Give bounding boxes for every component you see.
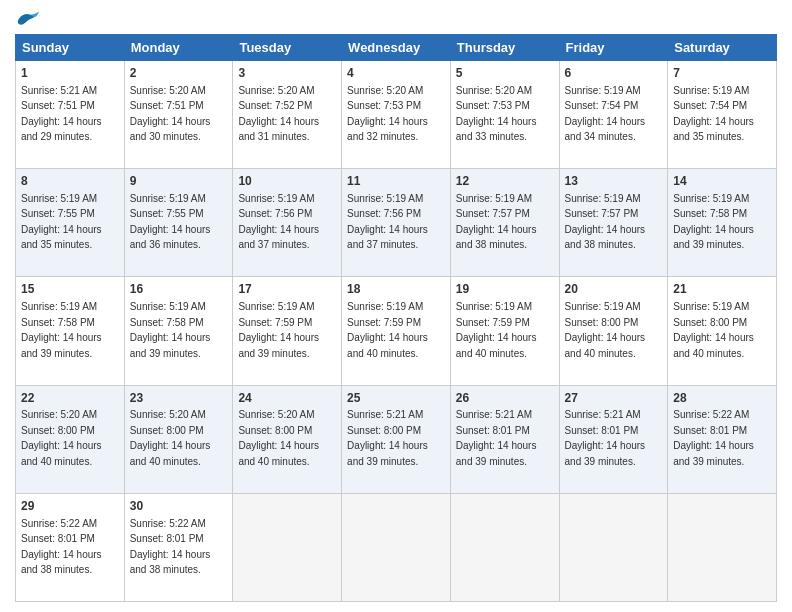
cell-info: Sunrise: 5:20 AM Sunset: 7:53 PM Dayligh…	[456, 85, 537, 143]
day-number: 18	[347, 281, 445, 298]
day-number: 29	[21, 498, 119, 515]
calendar-cell	[559, 493, 668, 601]
day-number: 25	[347, 390, 445, 407]
day-header-tuesday: Tuesday	[233, 35, 342, 61]
day-number: 7	[673, 65, 771, 82]
day-number: 28	[673, 390, 771, 407]
day-number: 27	[565, 390, 663, 407]
calendar-week-row: 15Sunrise: 5:19 AM Sunset: 7:58 PM Dayli…	[16, 277, 777, 385]
cell-info: Sunrise: 5:19 AM Sunset: 7:54 PM Dayligh…	[565, 85, 646, 143]
day-number: 20	[565, 281, 663, 298]
day-number: 2	[130, 65, 228, 82]
calendar-cell: 28Sunrise: 5:22 AM Sunset: 8:01 PM Dayli…	[668, 385, 777, 493]
calendar-cell: 23Sunrise: 5:20 AM Sunset: 8:00 PM Dayli…	[124, 385, 233, 493]
cell-info: Sunrise: 5:19 AM Sunset: 7:54 PM Dayligh…	[673, 85, 754, 143]
calendar-cell: 14Sunrise: 5:19 AM Sunset: 7:58 PM Dayli…	[668, 169, 777, 277]
calendar-cell: 24Sunrise: 5:20 AM Sunset: 8:00 PM Dayli…	[233, 385, 342, 493]
day-header-thursday: Thursday	[450, 35, 559, 61]
calendar-week-row: 1Sunrise: 5:21 AM Sunset: 7:51 PM Daylig…	[16, 61, 777, 169]
logo-bird-icon	[17, 10, 39, 28]
cell-info: Sunrise: 5:19 AM Sunset: 8:00 PM Dayligh…	[565, 301, 646, 359]
cell-info: Sunrise: 5:19 AM Sunset: 7:58 PM Dayligh…	[21, 301, 102, 359]
day-number: 1	[21, 65, 119, 82]
calendar-cell: 17Sunrise: 5:19 AM Sunset: 7:59 PM Dayli…	[233, 277, 342, 385]
calendar-cell: 5Sunrise: 5:20 AM Sunset: 7:53 PM Daylig…	[450, 61, 559, 169]
cell-info: Sunrise: 5:20 AM Sunset: 8:00 PM Dayligh…	[238, 409, 319, 467]
cell-info: Sunrise: 5:22 AM Sunset: 8:01 PM Dayligh…	[130, 518, 211, 576]
cell-info: Sunrise: 5:19 AM Sunset: 7:55 PM Dayligh…	[21, 193, 102, 251]
day-header-sunday: Sunday	[16, 35, 125, 61]
day-number: 4	[347, 65, 445, 82]
day-number: 8	[21, 173, 119, 190]
cell-info: Sunrise: 5:19 AM Sunset: 7:59 PM Dayligh…	[456, 301, 537, 359]
day-number: 15	[21, 281, 119, 298]
day-number: 22	[21, 390, 119, 407]
calendar-header-row: SundayMondayTuesdayWednesdayThursdayFrid…	[16, 35, 777, 61]
day-number: 9	[130, 173, 228, 190]
cell-info: Sunrise: 5:21 AM Sunset: 7:51 PM Dayligh…	[21, 85, 102, 143]
calendar-cell: 9Sunrise: 5:19 AM Sunset: 7:55 PM Daylig…	[124, 169, 233, 277]
calendar-cell: 16Sunrise: 5:19 AM Sunset: 7:58 PM Dayli…	[124, 277, 233, 385]
cell-info: Sunrise: 5:19 AM Sunset: 8:00 PM Dayligh…	[673, 301, 754, 359]
calendar-cell: 8Sunrise: 5:19 AM Sunset: 7:55 PM Daylig…	[16, 169, 125, 277]
cell-info: Sunrise: 5:19 AM Sunset: 7:58 PM Dayligh…	[673, 193, 754, 251]
calendar-cell: 26Sunrise: 5:21 AM Sunset: 8:01 PM Dayli…	[450, 385, 559, 493]
calendar-cell	[668, 493, 777, 601]
day-number: 10	[238, 173, 336, 190]
calendar-cell: 27Sunrise: 5:21 AM Sunset: 8:01 PM Dayli…	[559, 385, 668, 493]
cell-info: Sunrise: 5:19 AM Sunset: 7:57 PM Dayligh…	[456, 193, 537, 251]
calendar-cell: 7Sunrise: 5:19 AM Sunset: 7:54 PM Daylig…	[668, 61, 777, 169]
calendar-cell: 11Sunrise: 5:19 AM Sunset: 7:56 PM Dayli…	[342, 169, 451, 277]
calendar-week-row: 8Sunrise: 5:19 AM Sunset: 7:55 PM Daylig…	[16, 169, 777, 277]
header	[15, 10, 777, 28]
calendar-cell: 13Sunrise: 5:19 AM Sunset: 7:57 PM Dayli…	[559, 169, 668, 277]
cell-info: Sunrise: 5:20 AM Sunset: 7:51 PM Dayligh…	[130, 85, 211, 143]
calendar-cell: 15Sunrise: 5:19 AM Sunset: 7:58 PM Dayli…	[16, 277, 125, 385]
cell-info: Sunrise: 5:19 AM Sunset: 7:57 PM Dayligh…	[565, 193, 646, 251]
day-number: 17	[238, 281, 336, 298]
calendar-cell: 1Sunrise: 5:21 AM Sunset: 7:51 PM Daylig…	[16, 61, 125, 169]
calendar-cell: 18Sunrise: 5:19 AM Sunset: 7:59 PM Dayli…	[342, 277, 451, 385]
cell-info: Sunrise: 5:19 AM Sunset: 7:56 PM Dayligh…	[347, 193, 428, 251]
cell-info: Sunrise: 5:20 AM Sunset: 8:00 PM Dayligh…	[130, 409, 211, 467]
calendar-cell: 6Sunrise: 5:19 AM Sunset: 7:54 PM Daylig…	[559, 61, 668, 169]
calendar-cell: 12Sunrise: 5:19 AM Sunset: 7:57 PM Dayli…	[450, 169, 559, 277]
calendar-cell: 3Sunrise: 5:20 AM Sunset: 7:52 PM Daylig…	[233, 61, 342, 169]
day-number: 13	[565, 173, 663, 190]
calendar-week-row: 29Sunrise: 5:22 AM Sunset: 8:01 PM Dayli…	[16, 493, 777, 601]
day-number: 26	[456, 390, 554, 407]
day-number: 3	[238, 65, 336, 82]
day-number: 21	[673, 281, 771, 298]
day-number: 12	[456, 173, 554, 190]
calendar: SundayMondayTuesdayWednesdayThursdayFrid…	[15, 34, 777, 602]
day-header-wednesday: Wednesday	[342, 35, 451, 61]
cell-info: Sunrise: 5:21 AM Sunset: 8:01 PM Dayligh…	[565, 409, 646, 467]
cell-info: Sunrise: 5:19 AM Sunset: 7:59 PM Dayligh…	[347, 301, 428, 359]
cell-info: Sunrise: 5:21 AM Sunset: 8:00 PM Dayligh…	[347, 409, 428, 467]
cell-info: Sunrise: 5:20 AM Sunset: 7:53 PM Dayligh…	[347, 85, 428, 143]
cell-info: Sunrise: 5:22 AM Sunset: 8:01 PM Dayligh…	[21, 518, 102, 576]
cell-info: Sunrise: 5:19 AM Sunset: 7:59 PM Dayligh…	[238, 301, 319, 359]
day-number: 11	[347, 173, 445, 190]
calendar-cell: 20Sunrise: 5:19 AM Sunset: 8:00 PM Dayli…	[559, 277, 668, 385]
calendar-cell	[450, 493, 559, 601]
day-number: 14	[673, 173, 771, 190]
cell-info: Sunrise: 5:19 AM Sunset: 7:56 PM Dayligh…	[238, 193, 319, 251]
cell-info: Sunrise: 5:21 AM Sunset: 8:01 PM Dayligh…	[456, 409, 537, 467]
calendar-cell: 21Sunrise: 5:19 AM Sunset: 8:00 PM Dayli…	[668, 277, 777, 385]
calendar-week-row: 22Sunrise: 5:20 AM Sunset: 8:00 PM Dayli…	[16, 385, 777, 493]
day-number: 24	[238, 390, 336, 407]
calendar-cell: 2Sunrise: 5:20 AM Sunset: 7:51 PM Daylig…	[124, 61, 233, 169]
day-number: 23	[130, 390, 228, 407]
logo	[15, 10, 39, 28]
day-number: 30	[130, 498, 228, 515]
cell-info: Sunrise: 5:19 AM Sunset: 7:58 PM Dayligh…	[130, 301, 211, 359]
calendar-cell	[233, 493, 342, 601]
cell-info: Sunrise: 5:20 AM Sunset: 8:00 PM Dayligh…	[21, 409, 102, 467]
day-number: 6	[565, 65, 663, 82]
day-header-saturday: Saturday	[668, 35, 777, 61]
calendar-cell: 10Sunrise: 5:19 AM Sunset: 7:56 PM Dayli…	[233, 169, 342, 277]
calendar-cell: 25Sunrise: 5:21 AM Sunset: 8:00 PM Dayli…	[342, 385, 451, 493]
day-header-friday: Friday	[559, 35, 668, 61]
day-number: 19	[456, 281, 554, 298]
